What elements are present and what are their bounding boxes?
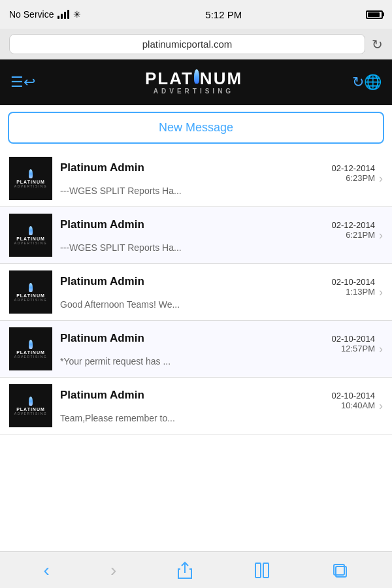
share-button[interactable] [177,561,193,580]
message-sender: Platinum Admin [60,332,144,345]
message-item[interactable]: PLATINUM ADVERTISING Platinum Admin 02-1… [0,150,392,207]
message-item[interactable]: PLATINUM ADVERTISING Platinum Admin 02-1… [0,378,392,434]
chevron-right-icon: › [379,286,383,299]
tabs-button[interactable] [331,562,348,579]
bookmarks-button[interactable] [253,562,270,579]
message-avatar: PLATINUM ADVERTISING [9,214,52,257]
message-avatar: PLATINUM ADVERTISING [9,327,52,370]
new-message-button[interactable]: New Message [8,112,384,144]
status-time: 5:12 PM [205,9,242,20]
url-input[interactable]: platinumicportal.com [9,34,365,54]
reload-button[interactable]: ↻ [372,37,383,52]
status-bar: No Service ✳ 5:12 PM [0,0,392,29]
logo-plat: PLAT [145,70,193,87]
message-avatar: PLATINUM ADVERTISING [9,384,52,427]
message-date: 02-12-2014 6:23PM [332,163,376,183]
svg-rect-2 [263,563,269,578]
svg-rect-1 [255,563,261,578]
logo-num: NUM [200,70,242,87]
message-list: PLATINUM ADVERTISING Platinum Admin 02-1… [0,150,392,434]
message-avatar: PLATINUM ADVERTISING [9,157,52,200]
browser-back-button[interactable]: ‹ [44,560,50,581]
message-date: 02-10-2014 12:57PM [332,334,376,353]
message-preview: ---WGES SPLIT Reports Ha... [60,242,243,253]
message-preview: ---WGES SPLIT Reports Ha... [60,186,243,196]
logo-flame-icon [194,69,199,84]
bottom-bar: ‹ › [0,551,392,588]
status-left: No Service ✳ [9,9,81,20]
nav-bar: ☰ ↩ PLAT NUM ADVERTISING ↻ 🌐 [0,59,392,105]
chevron-right-icon: › [379,229,383,242]
message-content: Platinum Admin 02-10-2014 12:57PM *Your … [60,332,375,367]
browser-forward-button[interactable]: › [110,560,116,581]
battery-icon [366,10,383,19]
message-sender: Platinum Admin [60,218,144,231]
message-date: 02-10-2014 10:40AM [332,391,376,410]
message-preview: *Your permit request has ... [60,356,243,367]
message-sender: Platinum Admin [60,389,144,402]
message-sender: Platinum Admin [60,275,144,288]
message-sender: Platinum Admin [60,161,144,174]
globe-icon[interactable]: 🌐 [364,74,382,91]
refresh-nav-icon[interactable]: ↻ [352,74,364,91]
chevron-right-icon: › [379,399,383,413]
message-preview: Team,Please remember to... [60,413,243,423]
message-item[interactable]: PLATINUM ADVERTISING Platinum Admin 02-1… [0,264,392,321]
logo-subtext: ADVERTISING [154,88,234,95]
status-right [366,10,383,19]
carrier-text: No Service [9,9,54,20]
message-avatar: PLATINUM ADVERTISING [9,270,52,314]
logo: PLAT NUM ADVERTISING [35,70,352,95]
menu-icon[interactable]: ☰ [10,74,24,91]
message-content: Platinum Admin 02-10-2014 10:40AM Team,P… [60,389,375,423]
message-item[interactable]: PLATINUM ADVERTISING Platinum Admin 02-1… [0,207,392,264]
message-preview: Good Afternoon Teams! We... [60,299,243,310]
back-nav-icon[interactable]: ↩ [24,74,35,91]
chevron-right-icon: › [379,342,383,356]
message-content: Platinum Admin 02-12-2014 6:23PM ---WGES… [60,161,375,196]
wifi-icon [57,10,69,19]
loading-icon: ✳ [73,9,81,20]
message-content: Platinum Admin 02-12-2014 6:21PM ---WGES… [60,218,375,253]
chevron-right-icon: › [379,172,383,186]
message-item[interactable]: PLATINUM ADVERTISING Platinum Admin 02-1… [0,321,392,378]
message-date: 02-10-2014 1:13PM [332,277,376,297]
message-date: 02-12-2014 6:21PM [332,220,376,240]
message-content: Platinum Admin 02-10-2014 1:13PM Good Af… [60,275,375,310]
address-bar: platinumicportal.com ↻ [0,29,392,59]
